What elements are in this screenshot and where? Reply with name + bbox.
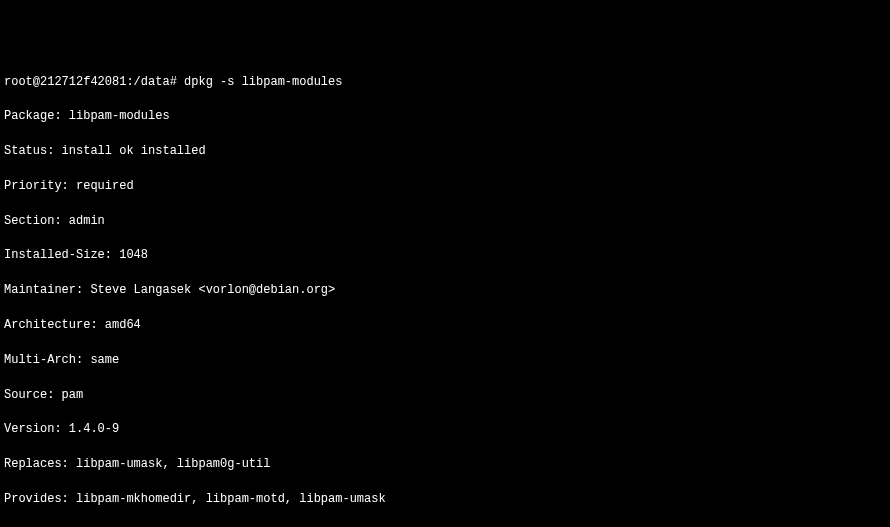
source-line: Source: pam bbox=[4, 387, 886, 404]
section-line: Section: admin bbox=[4, 213, 886, 230]
status-line: Status: install ok installed bbox=[4, 143, 886, 160]
package-line: Package: libpam-modules bbox=[4, 108, 886, 125]
multi-arch-line: Multi-Arch: same bbox=[4, 352, 886, 369]
version-line: Version: 1.4.0-9 bbox=[4, 421, 886, 438]
command-text: dpkg -s libpam-modules bbox=[184, 75, 342, 89]
provides-line: Provides: libpam-mkhomedir, libpam-motd,… bbox=[4, 491, 886, 508]
architecture-line: Architecture: amd64 bbox=[4, 317, 886, 334]
maintainer-line: Maintainer: Steve Langasek <vorlon@debia… bbox=[4, 282, 886, 299]
shell-prompt: root@212712f42081:/data# bbox=[4, 75, 177, 89]
replaces-line: Replaces: libpam-umask, libpam0g-util bbox=[4, 456, 886, 473]
installed-size-line: Installed-Size: 1048 bbox=[4, 247, 886, 264]
priority-line: Priority: required bbox=[4, 178, 886, 195]
